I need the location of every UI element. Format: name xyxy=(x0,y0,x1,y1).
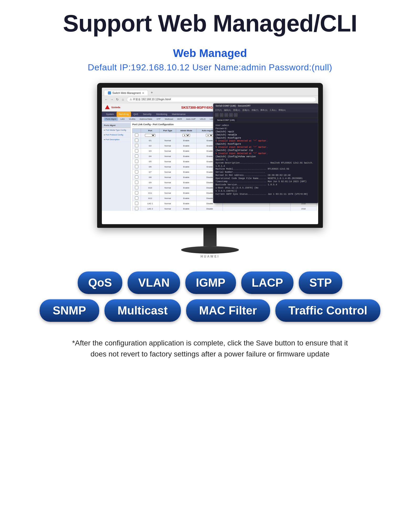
row-checkbox[interactable] xyxy=(135,170,138,174)
sidebar-item-port-media[interactable]: Port Media Type Config xyxy=(102,128,130,133)
browser-address-bar: ← → ↻ ⌂ ⚠ 不安全 192.168.10.12/login.htm# xyxy=(102,96,318,103)
table-cell xyxy=(133,196,141,201)
cli-toolbar-btn-3[interactable]: □ xyxy=(224,113,228,117)
nav-monitoring[interactable]: Monitoring xyxy=(154,112,169,117)
cli-menu-tools[interactable]: 工具(L) xyxy=(270,109,276,112)
cli-toolbar-btn-5[interactable]: □ xyxy=(234,113,238,117)
row-checkbox[interactable] xyxy=(135,160,138,163)
row-checkbox[interactable] xyxy=(135,165,138,168)
subnav-address-table[interactable]: AddressTable xyxy=(138,117,154,121)
subnav-lag[interactable]: LAG xyxy=(119,117,126,121)
subnav-multicast[interactable]: Multicast xyxy=(163,117,175,121)
table-cell: 0/2 xyxy=(141,143,159,149)
cli-menu-transfer[interactable]: 传输(T) xyxy=(251,109,258,112)
back-button[interactable]: ← xyxy=(104,97,109,102)
badge-mac-filter: MAC Filter xyxy=(186,299,270,322)
home-button[interactable]: ⌂ xyxy=(120,97,125,102)
row-checkbox[interactable] xyxy=(135,186,138,189)
admin-mode-select[interactable]: ▼ xyxy=(182,134,190,137)
badge-traffic-control: Traffic Control xyxy=(275,299,381,322)
cli-line: 1.0.1.4 xyxy=(216,165,316,168)
cli-menu-view[interactable]: 查看(V) xyxy=(233,109,240,112)
select-all-checkbox[interactable] xyxy=(135,133,138,137)
browser-tab-active[interactable]: Switch Web Managment ✕ xyxy=(104,90,148,96)
table-cell: Enable xyxy=(176,154,196,159)
table-cell: Normal xyxy=(160,159,176,164)
monitor-section: Switch Web Managment ✕ + ← → ↻ ⌂ xyxy=(16,83,404,258)
cli-menu-help[interactable]: 帮助(H) xyxy=(279,109,286,112)
sidebar-group-title: Ports Mgmt xyxy=(102,123,130,128)
sidebar-item-port-desc[interactable]: Port Description xyxy=(102,137,130,142)
table-cell xyxy=(133,170,141,175)
forward-button[interactable]: → xyxy=(109,97,114,102)
subnav-vlans[interactable]: VLANs xyxy=(127,117,137,121)
subnav-ports-mgmt[interactable]: Ports Mgmt xyxy=(104,117,118,121)
nav-qos[interactable]: QoS xyxy=(132,112,140,117)
nav-security[interactable]: Security xyxy=(141,112,154,117)
webui-logo: Szsteda xyxy=(104,104,120,110)
badge-multicast: Multicast xyxy=(104,299,181,322)
badge-vlan-text: VLAN xyxy=(138,276,170,289)
cli-line: (Switch) #configure xyxy=(216,143,316,146)
cli-toolbar-btn-2[interactable]: □ xyxy=(220,113,223,117)
browser-tabs: Switch Web Managment ✕ + xyxy=(104,89,316,96)
cli-line: Password: xyxy=(216,127,316,130)
row-checkbox[interactable] xyxy=(135,139,138,142)
row-checkbox[interactable] xyxy=(135,202,138,205)
auto-neg-select[interactable]: ▼ xyxy=(206,134,213,137)
main-title: Support Web Managed/CLI xyxy=(63,10,357,36)
cli-toolbar-btn-4[interactable]: □ xyxy=(229,113,233,117)
monitor-brand: HUAWEI xyxy=(97,255,323,258)
row-checkbox[interactable] xyxy=(135,181,138,184)
row-checkbox[interactable] xyxy=(135,196,138,200)
table-cell: Enable xyxy=(176,180,196,185)
nav-switching[interactable]: Switching xyxy=(117,112,131,117)
badge-qos-text: QoS xyxy=(88,276,112,289)
subnav-udld[interactable]: UDLD xyxy=(198,117,207,121)
cli-line: (Switch) (Config)#router rip xyxy=(216,149,316,152)
cli-menu-edit[interactable]: 编辑(E) xyxy=(224,109,231,112)
cli-menu-file[interactable]: 文件(F) xyxy=(215,109,222,112)
table-cell: Normal xyxy=(160,143,176,149)
cli-active-tab[interactable]: Serial-COM7 (136) xyxy=(215,118,237,122)
sidebar-item-port-protocol[interactable]: Port Protocol Config xyxy=(102,133,130,137)
badge-snmp-text: SNMP xyxy=(53,304,86,317)
table-cell: Normal xyxy=(160,206,176,211)
cli-line: User:admin xyxy=(216,124,316,127)
row-checkbox[interactable] xyxy=(135,175,138,179)
table-cell: 0/5 xyxy=(141,159,159,164)
table-cell xyxy=(133,143,141,149)
table-cell: 0/6 xyxy=(141,164,159,170)
row-checkbox[interactable] xyxy=(135,207,138,210)
table-cell: 0/8 xyxy=(141,175,159,180)
table-cell: Enable xyxy=(176,175,196,180)
subnav-auto-voip[interactable]: Auto-VoIP xyxy=(185,117,197,121)
badge-igmp-text: IGMP xyxy=(196,276,225,289)
cli-menu-options[interactable]: 选项(O) xyxy=(242,109,250,112)
nav-system[interactable]: System xyxy=(104,112,116,117)
cli-line: Current SNTP Sync Status.............. J… xyxy=(216,193,316,196)
nav-maintenance[interactable]: Maintenance xyxy=(170,112,188,117)
row-checkbox[interactable] xyxy=(135,191,138,195)
row-checkbox[interactable] xyxy=(135,149,138,153)
cli-line: u-Boot 2011.12.(3.6.5.15070) (No xyxy=(216,187,316,190)
row-checkbox[interactable] xyxy=(135,144,138,147)
cli-toolbar-btn-1[interactable]: □ xyxy=(215,113,219,117)
port-select-filter[interactable] xyxy=(145,134,155,137)
table-cell: 0/1 xyxy=(141,138,159,143)
table-cell: Enable xyxy=(176,138,196,143)
subnav-mvr[interactable]: MVR xyxy=(176,117,183,121)
new-tab-button[interactable]: + xyxy=(149,89,155,96)
table-cell: Enable xyxy=(176,191,196,196)
cli-tab-bar: Serial-COM7 (136) xyxy=(213,118,318,123)
cli-menu-script[interactable]: 脚本(S) xyxy=(260,109,267,112)
row-checkbox[interactable] xyxy=(135,154,138,158)
refresh-button[interactable]: ↻ xyxy=(115,97,120,102)
subnav-stp[interactable]: STP xyxy=(155,117,162,121)
cli-line: Bootcode Version...................... 1… xyxy=(216,183,316,187)
address-input[interactable]: ⚠ 不安全 192.168.10.12/login.htm# xyxy=(127,97,316,102)
cli-toolbar: □ □ □ □ □ xyxy=(213,112,318,118)
badge-traffic-control-text: Traffic Control xyxy=(288,304,368,317)
tab-close-icon[interactable]: ✕ xyxy=(142,92,144,94)
badge-vlan: VLAN xyxy=(128,271,180,294)
